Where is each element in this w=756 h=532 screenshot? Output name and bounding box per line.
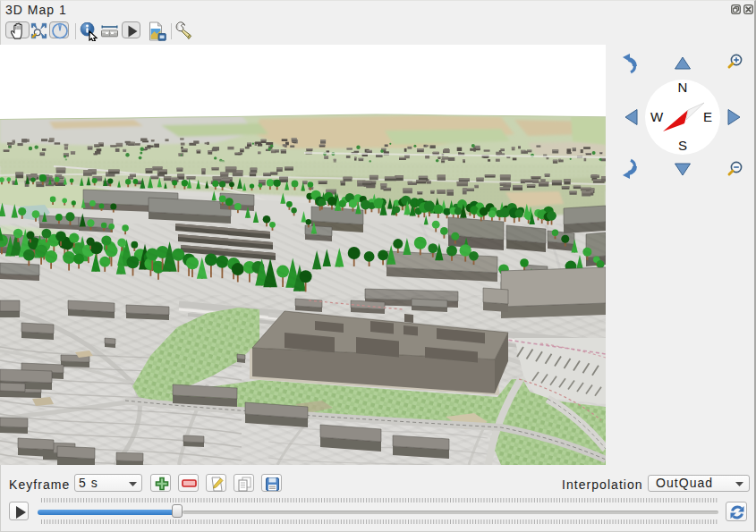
svg-text:W: W [650, 109, 664, 124]
svg-text:S: S [678, 138, 687, 153]
svg-text:E: E [703, 109, 712, 124]
svg-text:N: N [678, 80, 688, 95]
